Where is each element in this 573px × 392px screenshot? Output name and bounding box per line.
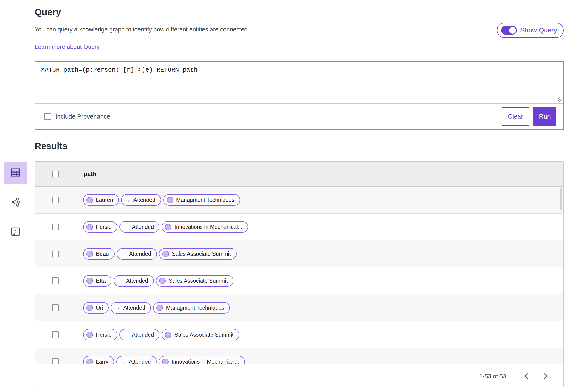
query-textarea-wrap — [35, 62, 563, 103]
arrow-right-icon: → — [117, 277, 123, 284]
source-node-label: Beau — [96, 251, 109, 257]
row-select-cell — [35, 294, 76, 321]
row-checkbox[interactable] — [52, 358, 59, 364]
arrow-right-icon: → — [123, 331, 129, 338]
edge-pill[interactable]: → Attended — [111, 302, 151, 313]
run-button[interactable]: Run — [533, 107, 556, 126]
page-range-label: 1-53 of 53 — [479, 373, 506, 380]
network-graph-icon — [11, 197, 20, 208]
query-action-bar: Include Provenance Clear Run — [35, 103, 563, 129]
source-node-label: Persie — [96, 332, 111, 338]
edge-pill[interactable]: → Attended — [114, 275, 154, 287]
source-node-pill[interactable]: Larry — [83, 356, 114, 364]
chart-icon — [11, 227, 20, 237]
target-node-label: Managment Techniques — [176, 197, 234, 203]
target-node-label: Managment Techniques — [166, 305, 224, 311]
row-checkbox[interactable] — [52, 223, 59, 230]
clear-button[interactable]: Clear — [502, 107, 529, 126]
row-checkbox[interactable] — [52, 305, 59, 311]
chart-view-button[interactable] — [4, 221, 27, 243]
edge-pill[interactable]: → Attended — [116, 356, 156, 364]
page-title: Query — [35, 7, 564, 17]
query-page: Query You can query a knowledge graph to… — [0, 0, 573, 392]
target-node-pill[interactable]: Managment Techniques — [153, 302, 230, 313]
include-provenance-checkbox[interactable] — [44, 113, 51, 120]
target-node-label: Innovations in Mechanical... — [175, 224, 242, 230]
target-node-label: Sales Associate Summit — [175, 332, 233, 338]
edge-pill[interactable]: → Attended — [117, 248, 157, 260]
row-checkbox[interactable] — [52, 331, 59, 338]
node-dot-icon — [87, 358, 93, 365]
node-dot-icon — [87, 197, 93, 203]
source-node-pill[interactable]: Persie — [83, 329, 117, 341]
node-dot-icon — [165, 332, 171, 338]
learn-more-link[interactable]: Learn more about Query — [35, 43, 100, 50]
select-all-checkbox[interactable] — [52, 170, 59, 177]
edge-label: Attended — [132, 332, 154, 338]
source-node-pill[interactable]: Uri — [83, 302, 109, 313]
graph-view-button[interactable] — [4, 191, 27, 214]
toggle-knob — [509, 26, 517, 34]
edge-label: Attended — [129, 251, 151, 257]
node-dot-icon — [87, 305, 93, 311]
path-cell: Etta → Attended Sales Associate Summit — [76, 268, 563, 294]
results-area: path Lauren → Attended Managment Techniq… — [35, 161, 564, 388]
edge-label: Attended — [133, 197, 155, 203]
table-view-button[interactable] — [4, 162, 27, 184]
chevron-right-icon[interactable] — [540, 371, 552, 382]
chevron-left-icon[interactable] — [520, 371, 532, 382]
target-node-pill[interactable]: Innovations in Mechanical... — [159, 356, 245, 364]
toggle-on-icon[interactable] — [501, 26, 517, 34]
row-select-cell — [35, 321, 76, 348]
edge-label: Attended — [132, 224, 154, 230]
table-row: Persie → Attended Innovations in Mechani… — [35, 214, 563, 240]
node-dot-icon — [165, 224, 171, 230]
show-query-toggle[interactable]: Show Query — [497, 23, 564, 38]
edge-pill[interactable]: → Attended — [121, 194, 161, 206]
source-node-pill[interactable]: Beau — [83, 248, 115, 260]
table-icon — [11, 169, 20, 177]
table-row: Persie → Attended Sales Associate Summit — [35, 321, 563, 348]
arrow-right-icon: → — [125, 197, 130, 204]
row-checkbox[interactable] — [52, 277, 59, 284]
edge-label: Attended — [129, 358, 151, 365]
target-node-pill[interactable]: Innovations in Mechanical... — [162, 221, 248, 233]
resize-grip-icon[interactable] — [558, 97, 562, 102]
intro-row: You can query a knowledge graph to ident… — [35, 17, 564, 50]
results-title: Results — [35, 141, 564, 151]
target-node-label: Sales Associate Summit — [172, 251, 231, 257]
edge-pill[interactable]: → Attended — [119, 329, 160, 341]
target-node-pill[interactable]: Managment Techniques — [163, 194, 240, 206]
arrow-right-icon: → — [120, 251, 126, 257]
query-input[interactable] — [35, 62, 563, 103]
source-node-label: Persie — [96, 224, 111, 230]
target-node-pill[interactable]: Sales Associate Summit — [156, 275, 233, 287]
row-select-cell — [35, 187, 76, 213]
row-select-cell — [35, 268, 76, 294]
table-row: Beau → Attended Sales Associate Summit — [35, 240, 563, 268]
path-cell: Lauren → Attended Managment Techniques — [76, 187, 563, 213]
results-table: path Lauren → Attended Managment Techniq… — [35, 161, 564, 388]
edge-pill[interactable]: → Attended — [119, 221, 160, 233]
node-dot-icon — [167, 197, 173, 203]
node-dot-icon — [156, 305, 163, 311]
show-query-label: Show Query — [520, 26, 557, 34]
query-description: You can query a knowledge graph to ident… — [35, 26, 249, 33]
row-checkbox[interactable] — [52, 197, 59, 203]
source-node-label: Larry — [96, 358, 108, 365]
edge-label: Attended — [126, 278, 148, 284]
row-checkbox[interactable] — [52, 251, 59, 257]
source-node-label: Etta — [96, 278, 106, 284]
arrow-right-icon: → — [123, 223, 129, 230]
node-dot-icon — [162, 358, 169, 365]
target-node-pill[interactable]: Sales Associate Summit — [162, 329, 239, 341]
node-dot-icon — [87, 224, 93, 230]
source-node-label: Uri — [96, 305, 103, 311]
path-cell: Larry → Attended Innovations in Mechanic… — [76, 348, 563, 364]
source-node-pill[interactable]: Etta — [83, 275, 111, 287]
source-node-pill[interactable]: Persie — [83, 221, 117, 233]
scrollbar-thumb[interactable] — [560, 188, 562, 210]
source-node-pill[interactable]: Lauren — [83, 194, 119, 206]
target-node-pill[interactable]: Sales Associate Summit — [159, 248, 237, 260]
include-provenance-label: Include Provenance — [55, 113, 110, 120]
